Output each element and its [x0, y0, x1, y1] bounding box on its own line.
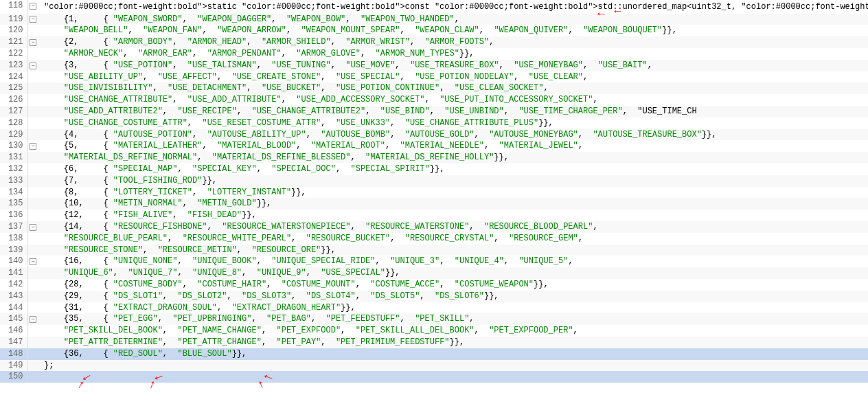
code-content-135: {10, { "METIN_NORMAL", "METIN_GOLD"}}, [38, 198, 868, 210]
fold-box-118[interactable]: − [30, 3, 36, 10]
code-content-124: "USE_ABILITY_UP", "USE_AFFECT", "USE_CRE… [38, 71, 868, 83]
code-content-127: "USE_ADD_ATTRIBUTE2", "USE_RECIPE", "USE… [38, 106, 868, 117]
code-line-148: 148 {36, { "RED_SOUL", "BLUE_SOUL"}}, [0, 348, 868, 360]
fold-col-149 [27, 360, 38, 372]
code-line-121: 121− {2, { "ARMOR_BODY", "ARMOR_HEAD", "… [0, 36, 868, 48]
code-line-150: 150 [0, 371, 868, 383]
fold-col-139 [27, 245, 38, 256]
code-content-130: {5, { "MATERIAL_LEATHER", "MATERIAL_BLOO… [38, 140, 868, 152]
code-content-132: {6, { "SPECIAL_MAP", "SPECIAL_KEY", "SPE… [38, 163, 868, 175]
fold-col-145[interactable]: − [27, 313, 38, 325]
code-line-140: 140− {16, { "UNIQUE_NONE", "UNIQUE_BOOK"… [0, 256, 868, 267]
fold-box-121[interactable]: − [30, 39, 36, 46]
code-line-131: 131 "MATERIAL_DS_REFINE_NORMAL", "MATERI… [0, 152, 868, 163]
code-line-145: 145− {35, { "PET_EGG", "PET_UPBRINGING",… [0, 313, 868, 325]
code-content-119: {1, { "WEAPON_SWORD", "WEAPON_DAGGER", "… [38, 14, 868, 25]
fold-col-143 [27, 291, 38, 302]
line-number-134: 134 [0, 187, 27, 199]
fold-col-130[interactable]: − [27, 140, 38, 152]
line-number-150: 150 [0, 371, 27, 383]
line-number-140: 140 [0, 256, 27, 267]
code-content-133: {7, { "TOOL_FISHING_ROD"}}, [38, 175, 868, 187]
code-line-147: 147 "PET_ATTR_DETERMINE", "PET_ATTR_CHAN… [0, 337, 868, 348]
line-number-138: 138 [0, 233, 27, 245]
fold-col-150 [27, 371, 38, 383]
code-line-135: 135 {10, { "METIN_NORMAL", "METIN_GOLD"}… [0, 198, 868, 210]
code-content-142: {28, { "COSTUME_BODY", "COSTUME_HAIR", "… [38, 279, 868, 291]
code-line-119: 119− {1, { "WEAPON_SWORD", "WEAPON_DAGGE… [0, 14, 868, 25]
code-line-144: 144 {31, { "EXTRACT_DRAGON_SOUL", "EXTRA… [0, 302, 868, 314]
fold-col-142 [27, 279, 38, 291]
fold-col-135 [27, 198, 38, 210]
code-line-129: 129 {4, { "AUTOUSE_POTION", "AUTOUSE_ABI… [0, 129, 868, 141]
fold-col-128 [27, 117, 38, 129]
code-line-127: 127 "USE_ADD_ATTRIBUTE2", "USE_RECIPE", … [0, 106, 868, 117]
code-line-134: 134 {8, { "LOTTERY_TICKET", "LOTTERY_INS… [0, 187, 868, 199]
code-line-123: 123− {3, { "USE_POTION", "USE_TALISMAN",… [0, 60, 868, 71]
line-number-127: 127 [0, 106, 27, 117]
fold-box-119[interactable]: − [30, 16, 36, 23]
fold-box-137[interactable]: − [30, 224, 36, 231]
code-content-140: {16, { "UNIQUE_NONE", "UNIQUE_BOOK", "UN… [38, 256, 868, 267]
code-content-139: "RESOURCE_STONE", "RESOURCE_METIN", "RES… [38, 245, 868, 256]
line-number-120: 120 [0, 25, 27, 36]
code-content-148: {36, { "RED_SOUL", "BLUE_SOUL"}}, [38, 348, 868, 360]
fold-col-134 [27, 187, 38, 199]
fold-col-144 [27, 302, 38, 314]
code-content-138: "RESOURCE_BLUE_PEARL", "RESOURCE_WHITE_P… [38, 233, 868, 245]
code-line-118: 118−"color:#0000cc;font-weight:bold">sta… [0, 0, 868, 14]
code-line-122: 122 "ARMOR_NECK", "ARMOR_EAR", "ARMOR_PE… [0, 48, 868, 60]
fold-col-132 [27, 163, 38, 175]
line-number-141: 141 [0, 267, 27, 279]
fold-box-123[interactable]: − [30, 63, 36, 69]
line-number-145: 145 [0, 313, 27, 325]
fold-col-119[interactable]: − [27, 14, 38, 25]
line-number-122: 122 [0, 48, 27, 60]
fold-col-124 [27, 71, 38, 83]
code-line-126: 126 "USE_CHANGE_ATTRIBUTE", "USE_ADD_ATT… [0, 94, 868, 106]
line-number-137: 137 [0, 221, 27, 233]
fold-col-123[interactable]: − [27, 60, 38, 71]
line-number-144: 144 [0, 302, 27, 314]
code-line-132: 132 {6, { "SPECIAL_MAP", "SPECIAL_KEY", … [0, 163, 868, 175]
code-content-134: {8, { "LOTTERY_TICKET", "LOTTERY_INSTANT… [38, 187, 868, 199]
line-number-149: 149 [0, 360, 27, 372]
fold-box-145[interactable]: − [30, 316, 36, 323]
fold-box-130[interactable]: − [30, 143, 36, 150]
fold-col-136 [27, 210, 38, 221]
code-line-142: 142 {28, { "COSTUME_BODY", "COSTUME_HAIR… [0, 279, 868, 291]
line-number-126: 126 [0, 94, 27, 106]
code-content-137: {14, { "RESOURCE_FISHBONE", "RESOURCE_WA… [38, 221, 868, 233]
fold-col-118[interactable]: − [27, 0, 38, 14]
fold-col-148 [27, 348, 38, 360]
line-number-123: 123 [0, 60, 27, 71]
line-number-124: 124 [0, 71, 27, 83]
line-number-139: 139 [0, 245, 27, 256]
code-line-141: 141 "UNIQUE_6", "UNIQUE_7", "UNIQUE_8", … [0, 267, 868, 279]
fold-col-120 [27, 25, 38, 36]
code-content-125: "USE_INVISIBILITY", "USE_DETACHMENT", "U… [38, 82, 868, 94]
code-content-141: "UNIQUE_6", "UNIQUE_7", "UNIQUE_8", "UNI… [38, 267, 868, 279]
code-line-125: 125 "USE_INVISIBILITY", "USE_DETACHMENT"… [0, 82, 868, 94]
code-content-121: {2, { "ARMOR_BODY", "ARMOR_HEAD", "ARMOR… [38, 36, 868, 48]
line-number-132: 132 [0, 163, 27, 175]
code-content-128: "USE_CHANGE_COSTUME_ATTR", "USE_RESET_CO… [38, 117, 868, 129]
code-line-128: 128 "USE_CHANGE_COSTUME_ATTR", "USE_RESE… [0, 117, 868, 129]
fold-box-140[interactable]: − [30, 258, 36, 265]
code-content-122: "ARMOR_NECK", "ARMOR_EAR", "ARMOR_PENDAN… [38, 48, 868, 60]
line-number-131: 131 [0, 152, 27, 163]
code-line-149: 149}; [0, 360, 868, 372]
fold-col-121[interactable]: − [27, 36, 38, 48]
fold-col-131 [27, 152, 38, 163]
line-number-118: 118 [0, 0, 27, 14]
code-content-150 [38, 371, 868, 383]
fold-col-137[interactable]: − [27, 221, 38, 233]
code-content-146: "PET_SKILL_DEL_BOOK", "PET_NAME_CHANGE",… [38, 325, 868, 337]
line-number-129: 129 [0, 129, 27, 141]
fold-col-129 [27, 129, 38, 141]
fold-col-126 [27, 94, 38, 106]
code-line-138: 138 "RESOURCE_BLUE_PEARL", "RESOURCE_WHI… [0, 233, 868, 245]
fold-col-127 [27, 106, 38, 117]
fold-col-140[interactable]: − [27, 256, 38, 267]
fold-col-138 [27, 233, 38, 245]
